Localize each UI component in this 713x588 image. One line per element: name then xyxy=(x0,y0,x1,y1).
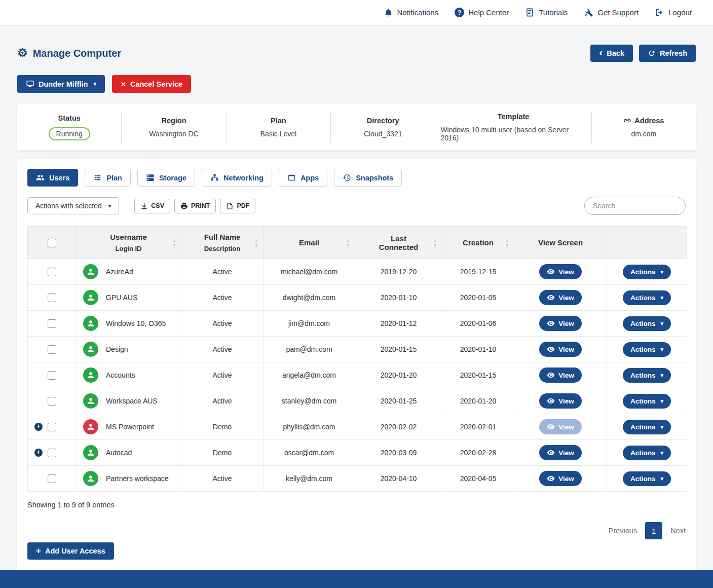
row-checkbox[interactable] xyxy=(48,449,56,457)
export-pdf-button[interactable]: PDF xyxy=(220,199,255,213)
row-actions-dropdown[interactable]: Actions xyxy=(623,265,671,279)
header-full-name[interactable]: Full Name Description xyxy=(181,227,264,259)
row-checkbox[interactable] xyxy=(48,371,56,380)
last-connected-cell: 2020-01-10 xyxy=(355,285,442,311)
users-icon xyxy=(36,173,45,182)
expand-row-icon[interactable] xyxy=(34,423,43,431)
notifications-menu-item[interactable]: Notifications xyxy=(384,8,439,17)
view-button[interactable]: View xyxy=(539,342,582,357)
header-creation[interactable]: Creation xyxy=(442,227,514,259)
tab-plan[interactable]: Plan xyxy=(85,169,131,187)
bell-icon xyxy=(384,8,393,17)
row-checkbox[interactable] xyxy=(48,474,56,483)
view-button[interactable]: View xyxy=(539,471,582,486)
tab-users[interactable]: Users xyxy=(27,169,78,187)
view-button[interactable]: View xyxy=(539,419,582,434)
get-support-menu-item[interactable]: Get Support xyxy=(584,8,639,17)
creation-cell: 2019-12-15 xyxy=(442,259,514,285)
help-center-menu-item[interactable]: Help Center xyxy=(455,8,509,17)
expand-row-icon[interactable] xyxy=(34,449,43,457)
tab-apps[interactable]: Apps xyxy=(279,169,327,187)
page-title: Manage Computer xyxy=(17,47,121,59)
tab-snapshots[interactable]: Snapshots xyxy=(334,169,402,187)
username-text: Autocad xyxy=(106,449,132,457)
table-row: GPU AUS Active dwight@dm.com 2020-01-10 … xyxy=(28,285,687,311)
tab-bar: Users Plan Storage Networking xyxy=(27,169,686,187)
last-connected-cell: 2020-01-25 xyxy=(355,388,442,414)
row-checkbox[interactable] xyxy=(48,397,56,406)
eye-icon xyxy=(547,345,555,353)
view-button[interactable]: View xyxy=(539,445,582,460)
help-icon xyxy=(455,8,464,17)
tutorials-label: Tutorials xyxy=(539,8,568,17)
row-checkbox[interactable] xyxy=(48,268,56,276)
table-row: MS Powerpoint Demo phyllis@dm.com 2020-0… xyxy=(28,414,687,440)
user-avatar-icon xyxy=(83,368,98,383)
view-button[interactable]: View xyxy=(539,368,582,383)
info-status: Status Running xyxy=(17,112,122,143)
header-username[interactable]: Username Login ID xyxy=(76,227,181,259)
computer-selector-dropdown[interactable]: Dunder Mifflin xyxy=(17,75,105,93)
username-text: Windows 10, O365 xyxy=(106,319,166,327)
row-actions-dropdown[interactable]: Actions xyxy=(623,420,671,434)
view-button[interactable]: View xyxy=(539,393,582,409)
row-checkbox[interactable] xyxy=(48,423,56,431)
view-button[interactable]: View xyxy=(539,316,582,331)
add-user-access-button[interactable]: Add User Access xyxy=(27,542,114,560)
row-checkbox[interactable] xyxy=(48,345,56,354)
row-actions-dropdown[interactable]: Actions xyxy=(623,471,671,486)
eye-icon xyxy=(547,319,555,327)
user-avatar-icon xyxy=(83,290,98,305)
actions-with-selected-dropdown[interactable]: Actions with selected xyxy=(27,197,119,214)
select-all-checkbox[interactable] xyxy=(48,239,56,247)
tab-networking[interactable]: Networking xyxy=(202,169,272,187)
sort-icon xyxy=(172,238,176,247)
back-button[interactable]: Back xyxy=(590,45,633,62)
tutorials-menu-item[interactable]: Tutorials xyxy=(525,8,568,17)
row-actions-dropdown[interactable]: Actions xyxy=(623,446,671,460)
header-actions xyxy=(607,227,687,259)
refresh-button[interactable]: Refresh xyxy=(639,45,696,62)
x-icon xyxy=(121,80,126,88)
email-cell: phyllis@dm.com xyxy=(264,414,355,440)
email-cell: dwight@dm.com xyxy=(264,285,355,311)
sort-icon xyxy=(346,238,350,247)
email-cell: oscar@dm.com xyxy=(264,440,355,466)
view-button[interactable]: View xyxy=(539,264,582,279)
username-text: Partners workspace xyxy=(106,474,169,483)
export-csv-button[interactable]: CSV xyxy=(134,199,170,213)
previous-page-button[interactable]: Previous xyxy=(609,527,637,535)
notifications-label: Notifications xyxy=(397,8,439,17)
logout-menu-item[interactable]: Logout xyxy=(655,8,692,17)
last-connected-cell: 2020-03-09 xyxy=(355,440,442,466)
next-page-button[interactable]: Next xyxy=(670,527,686,535)
sort-icon xyxy=(433,238,437,247)
chevron-left-icon xyxy=(599,49,603,57)
row-actions-dropdown[interactable]: Actions xyxy=(623,342,671,357)
full-name-cell: Active xyxy=(181,311,264,337)
info-plan: Plan Basic Level xyxy=(227,112,331,143)
status-badge: Running xyxy=(49,127,90,140)
row-actions-dropdown[interactable]: Actions xyxy=(623,290,671,305)
logout-icon xyxy=(655,8,664,17)
tab-storage[interactable]: Storage xyxy=(137,169,195,187)
print-button[interactable]: PRINT xyxy=(174,199,216,213)
download-icon xyxy=(140,202,148,210)
row-actions-dropdown[interactable]: Actions xyxy=(623,368,671,383)
row-actions-dropdown[interactable]: Actions xyxy=(623,394,671,409)
row-actions-dropdown[interactable]: Actions xyxy=(623,316,671,331)
table-row: Accounts Active angela@dm.com 2020-01-20… xyxy=(28,362,687,388)
cancel-service-button[interactable]: Cancel Service xyxy=(112,75,191,93)
header-email[interactable]: Email xyxy=(264,227,355,259)
view-button[interactable]: View xyxy=(539,290,582,305)
eye-icon xyxy=(547,293,555,302)
page-1-button[interactable]: 1 xyxy=(645,522,662,539)
table-header-row: Username Login ID Full Name Description … xyxy=(28,227,687,259)
gear-icon xyxy=(17,47,28,59)
search-input[interactable] xyxy=(584,197,686,215)
creation-cell: 2020-01-10 xyxy=(442,337,514,362)
header-last-connected[interactable]: Last Connected xyxy=(355,227,442,259)
row-checkbox[interactable] xyxy=(48,293,56,302)
row-checkbox[interactable] xyxy=(48,319,56,328)
pagination: Previous 1 Next xyxy=(27,522,686,539)
